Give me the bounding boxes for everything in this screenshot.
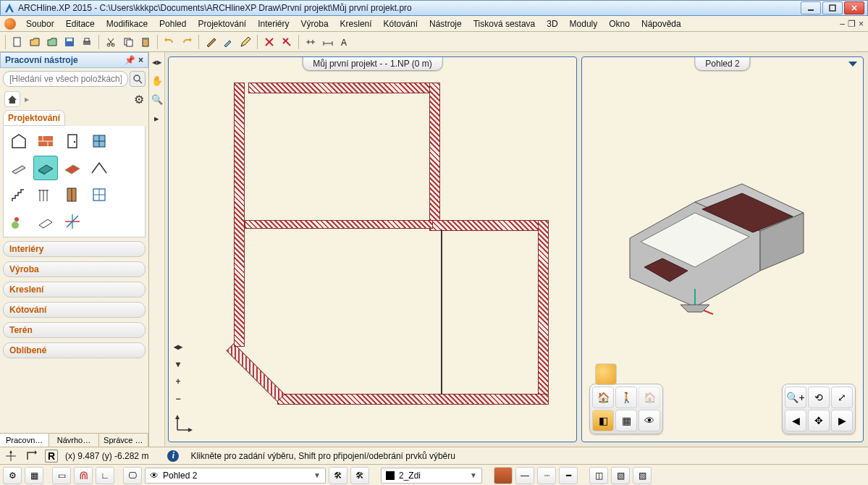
menu-okno[interactable]: Okno xyxy=(603,19,636,29)
play-down-icon[interactable]: ▾ xyxy=(172,358,185,371)
hatch-b-button[interactable]: ▧ xyxy=(611,467,630,484)
menu-3d[interactable]: 3D xyxy=(541,19,563,29)
nav-right-icon[interactable]: ▶ xyxy=(831,410,853,431)
style-eye-button[interactable]: 👁 xyxy=(639,410,660,431)
home-button[interactable] xyxy=(4,91,20,107)
view-3d[interactable]: Pohled 2 🏠 🚶 🏠 xyxy=(581,56,864,442)
edit-button[interactable] xyxy=(237,34,253,50)
open-file-button[interactable] xyxy=(27,34,43,50)
redo-button[interactable] xyxy=(179,34,195,50)
style-hidden-button[interactable]: 🏠 xyxy=(639,387,660,408)
category-kresleni[interactable]: Kreslení xyxy=(3,282,146,298)
orbit-icon[interactable]: ⟲ xyxy=(808,387,830,408)
settings-button[interactable]: ⚙ xyxy=(3,467,22,484)
pan-hand-icon[interactable]: ✋ xyxy=(151,74,164,87)
menu-interiery[interactable]: Interiéry xyxy=(252,19,295,29)
zoom-extents-icon[interactable]: ⤢ xyxy=(831,387,853,408)
nav-center-icon[interactable]: ✥ xyxy=(808,410,830,431)
tool-furniture[interactable] xyxy=(60,182,85,207)
tool-axis[interactable] xyxy=(60,209,85,234)
delete-button[interactable] xyxy=(261,34,277,50)
ortho-icon[interactable] xyxy=(25,450,38,463)
tool-truss[interactable] xyxy=(114,156,138,180)
tool-curtain-wall[interactable] xyxy=(87,182,111,207)
relative-icon[interactable]: R xyxy=(45,450,58,463)
print-button[interactable] xyxy=(79,34,95,50)
tool-building[interactable] xyxy=(7,129,31,153)
linetype-a-button[interactable]: — xyxy=(515,467,534,484)
tool-railing[interactable] xyxy=(33,182,58,207)
category-teren[interactable]: Terén xyxy=(3,322,146,338)
menu-modifikace[interactable]: Modifikace xyxy=(101,19,153,29)
view3d-menu-icon[interactable] xyxy=(848,62,857,67)
menu-soubor[interactable]: Soubor xyxy=(20,19,60,29)
search-input[interactable] xyxy=(3,71,128,87)
play-icon[interactable]: ▸ xyxy=(151,111,164,125)
zoom-icon[interactable]: 🔍 xyxy=(151,93,164,106)
style-perspective-button[interactable]: 🏠 xyxy=(592,387,614,408)
trim-button[interactable] xyxy=(279,34,295,50)
grid-button[interactable]: ▦ xyxy=(25,467,43,484)
eyedropper-button[interactable] xyxy=(220,34,236,50)
panel-tab-navrho[interactable]: Návrho… xyxy=(49,434,98,447)
zoom-in-icon[interactable]: 🔍+ xyxy=(785,387,806,408)
view-manager-button[interactable]: 🖵 xyxy=(123,467,142,484)
view-3d-tab[interactable]: Pohled 2 xyxy=(694,56,750,71)
menu-moduly[interactable]: Moduly xyxy=(564,19,604,29)
paste-button[interactable] xyxy=(138,34,153,50)
tool-column[interactable] xyxy=(7,156,31,180)
style-walk-button[interactable]: 🚶 xyxy=(615,387,637,408)
undo-button[interactable] xyxy=(161,34,177,50)
menu-vyroba[interactable]: Výroba xyxy=(295,19,334,29)
window-maximize-button[interactable] xyxy=(822,1,843,14)
panel-tab-spravce[interactable]: Správce … xyxy=(99,434,148,447)
tool-site[interactable] xyxy=(114,182,138,207)
mdi-restore-icon[interactable]: ❐ xyxy=(848,19,856,29)
layer-combo[interactable]: 2_Zdi ▼ xyxy=(381,468,482,484)
new-file-button[interactable] xyxy=(9,34,25,50)
copy-button[interactable] xyxy=(120,34,136,50)
category-vyroba[interactable]: Výroba xyxy=(3,261,146,277)
menu-tiskova[interactable]: Tisková sestava xyxy=(468,19,542,29)
search-button[interactable] xyxy=(130,71,146,87)
text-button[interactable]: A xyxy=(337,34,353,50)
style-shaded-button[interactable]: ◧ xyxy=(592,410,614,431)
tool-slab[interactable] xyxy=(33,156,58,180)
menu-nastroje[interactable]: Nástroje xyxy=(424,19,468,29)
category-kotovani[interactable]: Kótování xyxy=(3,302,146,318)
import-button[interactable] xyxy=(44,34,60,50)
snap-magnet-button[interactable]: ⋒ xyxy=(74,467,93,484)
style-render-button[interactable] xyxy=(595,363,617,385)
tool-roof[interactable] xyxy=(87,156,111,180)
menu-kotovani[interactable]: Kótování xyxy=(378,19,424,29)
zoom-in-button[interactable]: + xyxy=(172,375,185,388)
expand-handle-icon[interactable]: ◂▸ xyxy=(151,55,164,68)
collapse-handle-icon[interactable]: ◂▸ xyxy=(172,340,185,353)
panel-tab-pracovni[interactable]: Pracovn… xyxy=(0,434,49,447)
tool-door[interactable] xyxy=(60,129,85,153)
tool-stair[interactable] xyxy=(7,182,31,207)
tool-window[interactable] xyxy=(87,129,111,153)
compass-icon[interactable] xyxy=(4,450,17,463)
menu-editace[interactable]: Editace xyxy=(60,19,101,29)
category-projektovani[interactable]: Projektování xyxy=(3,110,65,126)
snap-button[interactable] xyxy=(303,34,319,50)
mdi-minimize-icon[interactable]: – xyxy=(840,19,845,29)
cut-button[interactable] xyxy=(103,34,119,50)
tools-a-button[interactable]: 🛠 xyxy=(329,467,347,484)
tool-section[interactable] xyxy=(33,209,58,234)
tools-b-button[interactable]: 🛠 xyxy=(350,467,369,484)
brush-button[interactable] xyxy=(203,34,219,50)
window-close-button[interactable] xyxy=(844,1,864,14)
menu-napoveda[interactable]: Nápověda xyxy=(636,19,687,29)
tool-beam[interactable] xyxy=(114,129,138,153)
linetype-c-button[interactable]: ━ xyxy=(559,467,578,484)
menu-pohled[interactable]: Pohled xyxy=(153,19,192,29)
category-oblibene[interactable]: Oblíbené xyxy=(3,342,146,358)
dimension-button[interactable] xyxy=(320,34,336,50)
view-2d-tab[interactable]: Můj první projekt - - 1.NP (0 m) xyxy=(302,56,442,71)
style-wire-button[interactable]: ▦ xyxy=(615,410,637,431)
tool-roof-slab[interactable] xyxy=(60,156,85,180)
endpoint-snap-button[interactable]: ∟ xyxy=(96,467,114,484)
tool-wall[interactable] xyxy=(33,129,58,153)
